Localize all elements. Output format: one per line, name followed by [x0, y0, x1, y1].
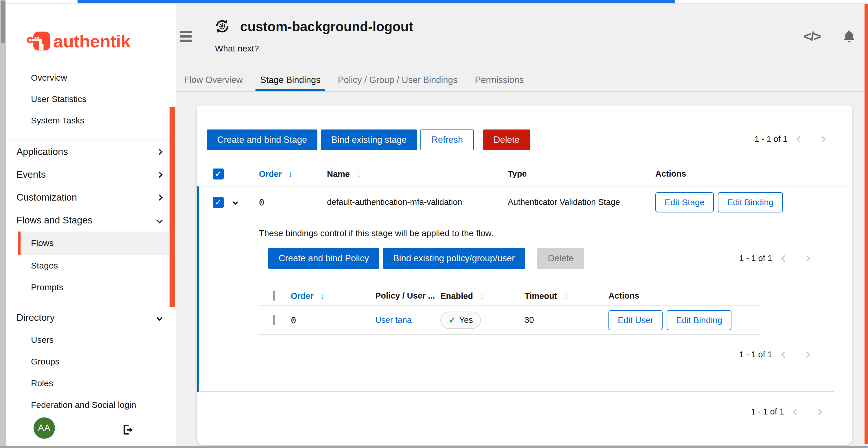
select-all-checkbox[interactable] — [273, 290, 275, 301]
user-link[interactable]: User tana — [375, 315, 412, 324]
sort-descending-icon: ↓ — [288, 169, 292, 179]
previous-page-icon[interactable] — [797, 136, 803, 142]
page-title: custom-background-logout — [240, 19, 413, 34]
check-icon: ✓ — [448, 315, 456, 325]
tab-policy-group-user-bindings[interactable]: Policy / Group / User Bindings — [333, 71, 462, 91]
sidebar-item-system-tasks[interactable]: System Tasks — [6, 110, 176, 131]
sidebar-item-stages[interactable]: Stages — [6, 255, 176, 276]
top-progress-bar — [78, 0, 675, 3]
nav-group-flows-and-stages: Flows Stages Prompts — [6, 232, 176, 298]
api-code-icon[interactable]: </> — [804, 29, 820, 44]
nav-group-dashboards: Overview User Statistics System Tasks — [6, 67, 176, 131]
edit-binding-button[interactable]: Edit Binding — [666, 310, 732, 331]
collapse-row-icon[interactable] — [232, 200, 238, 205]
logout-icon[interactable] — [122, 423, 134, 436]
create-and-bind-policy-button[interactable]: Create and bind Policy — [268, 248, 379, 269]
sidebar-item-groups[interactable]: Groups — [6, 351, 176, 372]
sidebar-item-roles[interactable]: Roles — [6, 372, 176, 394]
bottom-strip — [0, 446, 868, 448]
tab-flow-overview[interactable]: Flow Overview — [179, 71, 247, 91]
enabled-badge: ✓Yes — [440, 312, 481, 329]
sort-descending-icon: ↓ — [320, 291, 324, 301]
next-page-icon[interactable] — [804, 255, 810, 262]
check-icon: ✓ — [215, 198, 222, 207]
cell-timeout: 30 — [525, 315, 609, 325]
sidebar-section-applications[interactable]: Applications — [6, 140, 176, 163]
bind-existing-policy-button[interactable]: Bind existing policy/group/user — [383, 248, 525, 269]
previous-page-icon[interactable] — [781, 255, 788, 262]
next-page-icon[interactable] — [804, 351, 810, 358]
sortable-icon: ↕ — [480, 291, 484, 301]
flow-process-icon — [214, 18, 230, 34]
column-header-order[interactable]: Order↓ — [259, 169, 327, 179]
stage-binding-row: ✓ 0 default-authentication-mfa-validatio… — [197, 186, 852, 218]
sidebar-item-overview[interactable]: Overview — [6, 67, 176, 89]
stage-table-header: ✓ Order↓ Name↕ Type Actions — [197, 162, 852, 186]
delete-policy-button[interactable]: Delete — [537, 248, 584, 269]
sortable-icon: ↕ — [564, 291, 568, 301]
left-scrollbar-track[interactable] — [0, 0, 6, 448]
next-page-icon[interactable] — [819, 136, 826, 142]
cell-order: 0 — [291, 315, 375, 325]
cell-actions: Edit User Edit Binding — [609, 310, 760, 331]
edit-binding-button[interactable]: Edit Binding — [718, 192, 783, 212]
bind-existing-stage-button[interactable]: Bind existing stage — [321, 130, 417, 150]
delete-button[interactable]: Delete — [483, 130, 530, 150]
left-scrollbar-thumb[interactable] — [1, 1, 5, 43]
previous-page-icon[interactable] — [781, 351, 788, 358]
sidebar-item-federation-social-login[interactable]: Federation and Social login — [6, 394, 176, 416]
policy-pagination-top: 1 - 1 of 1 — [739, 253, 809, 263]
avatar[interactable]: AA — [34, 417, 55, 439]
tab-stage-bindings[interactable]: Stage Bindings — [255, 71, 325, 91]
create-and-bind-stage-button[interactable]: Create and bind Stage — [207, 130, 317, 150]
select-all-checkbox[interactable]: ✓ — [213, 169, 224, 179]
column-header-actions: Actions — [609, 291, 760, 301]
sidebar-section-flows-and-stages[interactable]: Flows and Stages — [6, 209, 176, 232]
policy-pagination-bottom: 1 - 1 of 1 — [739, 350, 809, 359]
chevron-right-icon — [157, 148, 163, 154]
main-content: custom-background-logout What next? </> … — [176, 4, 865, 446]
tab-bar: Flow Overview Stage Bindings Policy / Gr… — [176, 71, 865, 92]
notifications-bell-icon[interactable] — [842, 29, 857, 44]
chevron-down-icon — [157, 314, 163, 320]
column-header-order[interactable]: Order↓ — [291, 291, 375, 301]
next-page-icon[interactable] — [816, 408, 822, 415]
authentik-key-icon — [27, 30, 51, 52]
column-header-name[interactable]: Name↕ — [327, 169, 508, 179]
pagination-label: 1 - 1 of 1 — [739, 350, 772, 359]
pagination-label: 1 - 1 of 1 — [754, 134, 787, 144]
chevron-down-icon — [157, 217, 163, 223]
column-header-actions: Actions — [655, 169, 852, 179]
sidebar-section-customization[interactable]: Customization — [6, 186, 176, 209]
previous-page-icon[interactable] — [793, 408, 800, 415]
sidebar-scrollbar-thumb[interactable] — [169, 107, 175, 307]
authentik-logo[interactable]: authentik — [27, 27, 176, 55]
sidebar-section-events[interactable]: Events — [6, 163, 176, 186]
bindings-description: These bindings control if this stage wil… — [259, 228, 493, 238]
chevron-right-icon — [157, 194, 163, 200]
check-icon: ✓ — [215, 169, 222, 179]
sidebar-nav: Overview User Statistics System Tasks Ap… — [6, 67, 176, 416]
brand-wordmark: authentik — [53, 31, 130, 51]
sidebar-section-directory[interactable]: Directory — [6, 306, 176, 329]
sidebar-item-flows[interactable]: Flows — [18, 232, 169, 255]
edit-user-button[interactable]: Edit User — [609, 310, 662, 331]
sidebar: authentik Overview User Statistics Syste… — [6, 4, 176, 446]
cell-order: 0 — [259, 197, 327, 208]
nav-sections: Applications Events Customization Flows … — [6, 140, 176, 416]
row-checkbox[interactable]: ✓ — [213, 197, 224, 208]
column-header-enabled[interactable]: Enabled↕ — [440, 291, 525, 301]
column-header-timeout[interactable]: Timeout↕ — [525, 291, 609, 301]
refresh-button[interactable]: Refresh — [421, 130, 474, 150]
sidebar-item-user-statistics[interactable]: User Statistics — [6, 89, 176, 110]
column-header-policy-user: Policy / User ... — [375, 291, 440, 301]
sidebar-item-prompts[interactable]: Prompts — [6, 276, 176, 298]
edit-stage-button[interactable]: Edit Stage — [655, 192, 714, 212]
row-checkbox[interactable] — [273, 315, 275, 325]
cell-type: Authenticator Validation Stage — [508, 197, 655, 207]
tab-permissions[interactable]: Permissions — [470, 71, 528, 91]
sidebar-item-users[interactable]: Users — [6, 329, 176, 351]
right-scrollbar-thumb[interactable] — [865, 4, 868, 444]
pagination-top: 1 - 1 of 1 — [754, 134, 825, 144]
sidebar-toggle-icon[interactable] — [180, 31, 192, 44]
